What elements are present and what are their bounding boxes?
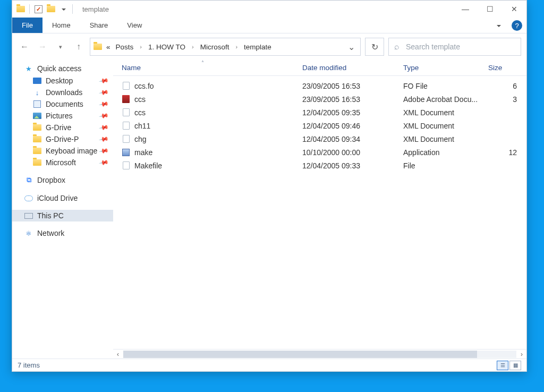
scroll-track[interactable] bbox=[123, 351, 516, 358]
up-button[interactable]: ↑ bbox=[72, 40, 86, 54]
sidebar-item-label: Keyboad image bbox=[46, 147, 97, 155]
network-icon: ⚛ bbox=[24, 229, 33, 237]
chevron-right-icon[interactable]: › bbox=[233, 44, 240, 50]
pc-icon bbox=[24, 211, 33, 220]
pin-icon: 📌 bbox=[98, 87, 109, 98]
ribbon-collapse-icon[interactable] bbox=[490, 18, 507, 33]
navigation-row: ← → ▾ ↑ « Posts › 1. HOW TO › Microsoft … bbox=[12, 33, 526, 60]
close-button[interactable]: ✕ bbox=[502, 1, 526, 18]
sidebar-label: iCloud Drive bbox=[37, 194, 78, 202]
file-icon bbox=[122, 82, 130, 90]
maximize-button[interactable]: ☐ bbox=[478, 1, 502, 18]
file-type: XML Document bbox=[403, 122, 488, 130]
sidebar-item-label: Pictures bbox=[46, 112, 73, 120]
sidebar-item[interactable]: Keyboad image📌 bbox=[12, 145, 113, 157]
horizontal-scrollbar[interactable]: ‹ › bbox=[113, 349, 526, 359]
folder-icon bbox=[32, 147, 42, 155]
search-box[interactable]: ⌕ bbox=[388, 38, 521, 56]
sidebar-icloud[interactable]: iCloud Drive bbox=[12, 192, 113, 204]
file-type: Application bbox=[403, 148, 488, 157]
pin-icon: 📌 bbox=[98, 134, 109, 144]
chevron-right-icon[interactable]: › bbox=[190, 44, 196, 50]
breadcrumb-prefix: « bbox=[105, 42, 112, 52]
file-row[interactable]: make10/10/2000 00:00Application12 bbox=[122, 146, 526, 159]
file-row[interactable]: ccs12/04/2005 09:35XML Document bbox=[122, 106, 526, 119]
sidebar-quick-access[interactable]: ★ Quick access bbox=[12, 62, 113, 75]
column-date[interactable]: Date modified bbox=[302, 64, 403, 72]
tab-file[interactable]: File bbox=[12, 18, 42, 33]
sidebar-this-pc[interactable]: This PC bbox=[12, 210, 113, 221]
sidebar-label: Network bbox=[37, 229, 64, 237]
column-name[interactable]: Name ˄ bbox=[122, 64, 302, 72]
qat-newfolder-icon[interactable] bbox=[47, 5, 55, 13]
chevron-right-icon[interactable]: › bbox=[138, 44, 144, 50]
folder-icon bbox=[32, 135, 42, 143]
sidebar-item[interactable]: Desktop📌 bbox=[12, 75, 113, 87]
file-size: 6 bbox=[488, 82, 520, 90]
details-view-button[interactable]: ☰ bbox=[497, 361, 508, 370]
refresh-button[interactable]: ↻ bbox=[365, 38, 384, 56]
tab-home[interactable]: Home bbox=[42, 18, 80, 33]
scroll-thumb[interactable] bbox=[123, 351, 477, 358]
column-type[interactable]: Type bbox=[403, 64, 488, 72]
file-row[interactable]: ccs23/09/2005 16:53Adobe Acrobat Docu...… bbox=[122, 92, 526, 106]
file-date: 12/04/2005 09:33 bbox=[302, 161, 403, 170]
file-row[interactable]: ccs.fo23/09/2005 16:53FO File6 bbox=[122, 79, 526, 92]
status-bar: 7 items ☰ ▦ bbox=[12, 359, 526, 371]
file-icon bbox=[122, 135, 130, 143]
sidebar-label: This PC bbox=[37, 211, 64, 220]
folder-icon bbox=[32, 123, 42, 132]
file-size: 12 bbox=[488, 148, 520, 157]
breadcrumb-item[interactable]: template bbox=[243, 42, 273, 52]
dropbox-icon: ⧉ bbox=[24, 176, 33, 184]
file-row[interactable]: Makefile12/04/2005 09:33File bbox=[122, 159, 526, 172]
qat-customize-icon[interactable] bbox=[60, 5, 68, 13]
pictures-icon bbox=[32, 112, 42, 120]
file-row[interactable]: ch1112/04/2005 09:46XML Document bbox=[122, 119, 526, 132]
sidebar-item[interactable]: Microsoft📌 bbox=[12, 157, 113, 168]
sidebar-item[interactable]: Documents📌 bbox=[12, 98, 113, 110]
documents-icon bbox=[32, 100, 42, 108]
sidebar-item-label: G-Drive bbox=[46, 123, 71, 132]
help-button[interactable]: ? bbox=[512, 20, 522, 31]
separator bbox=[29, 4, 30, 14]
file-type: Adobe Acrobat Docu... bbox=[403, 95, 488, 104]
tab-share[interactable]: Share bbox=[80, 18, 118, 33]
scroll-right-icon[interactable]: › bbox=[517, 351, 526, 358]
address-folder-icon bbox=[94, 42, 102, 51]
thumbnails-view-button[interactable]: ▦ bbox=[509, 361, 521, 370]
breadcrumb-item[interactable]: Microsoft bbox=[199, 42, 231, 52]
breadcrumb-item[interactable]: Posts bbox=[115, 42, 135, 52]
breadcrumb-item[interactable]: 1. HOW TO bbox=[147, 42, 186, 52]
file-list: Name ˄ Date modified Type Size ccs.fo23/… bbox=[113, 60, 526, 359]
scroll-left-icon[interactable]: ‹ bbox=[113, 351, 123, 358]
file-name: ccs bbox=[134, 95, 146, 104]
address-bar[interactable]: « Posts › 1. HOW TO › Microsoft › templa… bbox=[90, 38, 361, 56]
recent-locations-button[interactable]: ▾ bbox=[54, 40, 67, 54]
search-icon: ⌕ bbox=[394, 42, 400, 52]
sidebar-item[interactable]: G-Drive📌 bbox=[12, 122, 113, 133]
file-date: 23/09/2005 16:53 bbox=[302, 82, 403, 90]
sidebar-item[interactable]: Pictures📌 bbox=[12, 110, 113, 122]
file-date: 12/04/2005 09:35 bbox=[302, 108, 403, 117]
minimize-button[interactable]: — bbox=[453, 1, 478, 18]
column-label: Name bbox=[122, 64, 141, 72]
forward-button[interactable]: → bbox=[36, 40, 49, 54]
address-dropdown-icon[interactable]: ⌄ bbox=[348, 42, 357, 52]
qat-properties-icon[interactable] bbox=[34, 5, 42, 13]
sidebar-item[interactable]: ↓Downloads📌 bbox=[12, 87, 113, 98]
app-folder-icon bbox=[16, 5, 25, 13]
sidebar-dropbox[interactable]: ⧉ Dropbox bbox=[12, 174, 113, 186]
back-button[interactable]: ← bbox=[18, 40, 31, 54]
sidebar-item[interactable]: G-Drive-P📌 bbox=[12, 133, 113, 145]
column-headers: Name ˄ Date modified Type Size bbox=[113, 60, 526, 76]
search-input[interactable] bbox=[405, 42, 515, 52]
file-type: XML Document bbox=[403, 108, 488, 117]
window-title: template bbox=[82, 5, 109, 13]
file-row[interactable]: chg12/04/2005 09:34XML Document bbox=[122, 132, 526, 146]
sidebar-network[interactable]: ⚛ Network bbox=[12, 227, 113, 240]
tab-view[interactable]: View bbox=[117, 18, 151, 33]
column-size[interactable]: Size bbox=[488, 64, 520, 72]
folder-icon bbox=[32, 158, 42, 167]
file-size: 3 bbox=[488, 95, 520, 104]
